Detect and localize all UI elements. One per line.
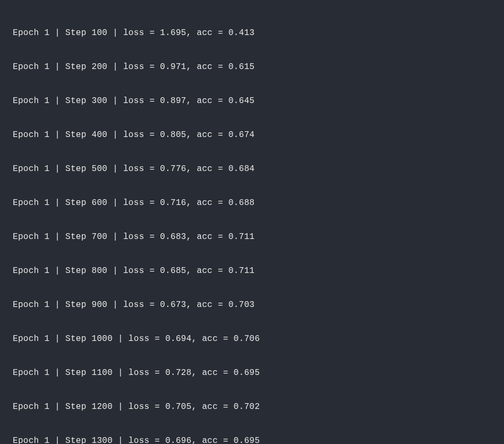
log-line: Epoch 1 | Step 500 | loss = 0.776, acc =… [13,160,491,177]
log-line: Epoch 1 | Step 400 | loss = 0.805, acc =… [13,126,491,143]
log-line: Epoch 1 | Step 300 | loss = 0.897, acc =… [13,92,491,109]
log-line: Epoch 1 | Step 800 | loss = 0.685, acc =… [13,262,491,279]
log-line: Epoch 1 | Step 900 | loss = 0.673, acc =… [13,296,491,313]
log-line: Epoch 1 | Step 1000 | loss = 0.694, acc … [13,330,491,347]
log-line: Epoch 1 | Step 1300 | loss = 0.696, acc … [13,432,491,444]
log-line: Epoch 1 | Step 200 | loss = 0.971, acc =… [13,58,491,75]
log-line: Epoch 1 | Step 1200 | loss = 0.705, acc … [13,398,491,415]
log-line: Epoch 1 | Step 600 | loss = 0.716, acc =… [13,194,491,211]
log-line: Epoch 1 | Step 1100 | loss = 0.728, acc … [13,364,491,381]
log-line: Epoch 1 | Step 100 | loss = 1.695, acc =… [13,24,491,41]
training-log-block: Epoch 1 | Step 100 | loss = 1.695, acc =… [0,0,504,444]
log-line: Epoch 1 | Step 700 | loss = 0.683, acc =… [13,228,491,245]
